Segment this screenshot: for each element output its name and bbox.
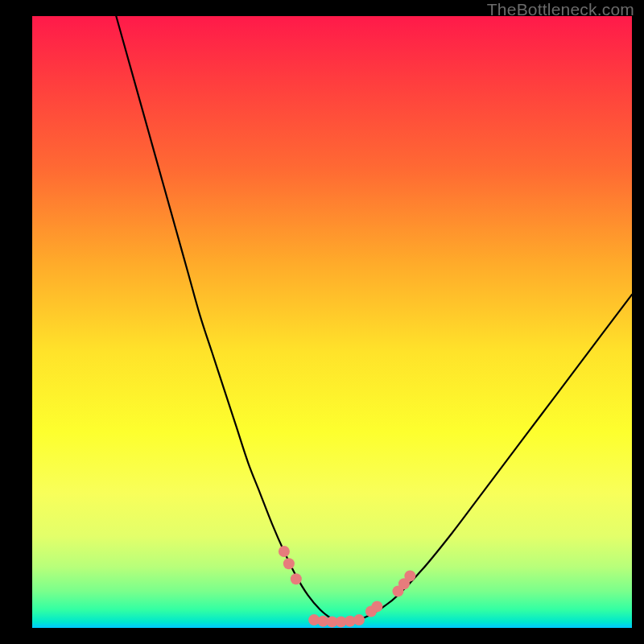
plot-area (32, 16, 632, 628)
bottleneck-curve (116, 16, 632, 621)
curve-marker (371, 601, 382, 612)
curve-marker (404, 570, 415, 581)
curve-layer (32, 16, 632, 628)
curve-markers (279, 546, 415, 627)
watermark-text: TheBottleneck.com (487, 0, 634, 19)
curve-marker (279, 546, 290, 557)
chart-frame: TheBottleneck.com (0, 0, 644, 644)
curve-marker (353, 614, 365, 625)
curve-marker (283, 558, 295, 569)
curve-marker (291, 573, 302, 584)
